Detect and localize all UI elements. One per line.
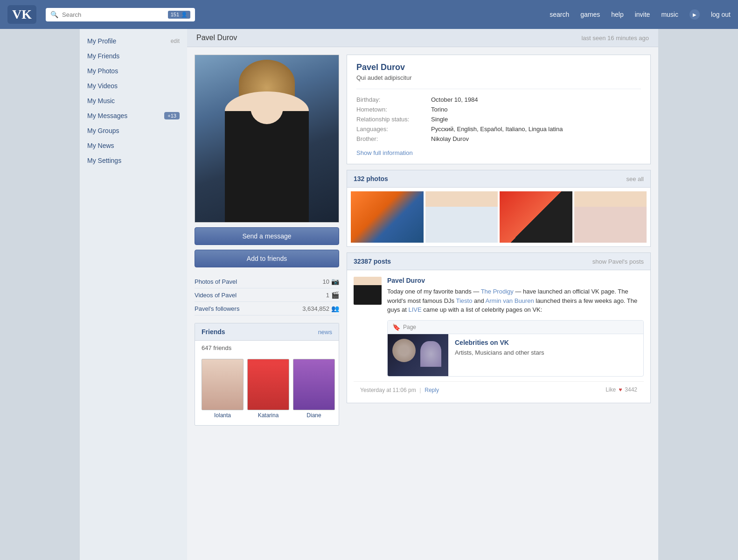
sidebar-label-my-news: My News <box>87 142 114 149</box>
search-input[interactable] <box>62 11 168 18</box>
sidebar-label-my-music: My Music <box>87 97 115 105</box>
friends-grid: Iolanta Katarina Diane <box>195 355 339 425</box>
sidebar-item-my-friends[interactable]: My Friends <box>80 49 187 63</box>
post-item: Pavel Durov Today one of my favorite ban… <box>347 270 650 403</box>
camera-icon: 📷 <box>331 278 339 285</box>
friend-item-diane[interactable]: Diane <box>293 359 335 419</box>
search-count-badge: 151 👤 <box>168 11 190 19</box>
avatar-figure <box>225 91 309 222</box>
like-count: 3442 <box>625 386 637 393</box>
followers-icon: 👥 <box>331 305 339 312</box>
posts-show-all-link[interactable]: show Pavel's posts <box>592 258 644 265</box>
birthday-label: Birthday: <box>356 96 431 103</box>
videos-of-pavel-count: 1 🎬 <box>326 291 339 299</box>
videos-of-pavel-link[interactable]: Videos of Pavel <box>195 292 237 299</box>
sidebar-item-my-settings[interactable]: My Settings <box>80 153 187 168</box>
sidebar-item-my-music[interactable]: My Music <box>80 93 187 108</box>
celebrities-desc: Artists, Musicians and other stars <box>455 349 637 356</box>
live-link[interactable]: LIVE <box>409 306 422 313</box>
nav-help[interactable]: help <box>611 11 623 18</box>
celebrities-image <box>388 334 448 376</box>
add-to-friends-button[interactable]: Add to friends <box>195 250 339 267</box>
video-icon: 🎬 <box>331 291 339 299</box>
friend-avatar-katarina <box>247 359 289 410</box>
content: Pavel Durov last seen 16 minutes ago Sen… <box>187 29 658 560</box>
profile-bar: Pavel Durov last seen 16 minutes ago <box>187 29 658 47</box>
vk-logo[interactable]: VK <box>7 5 36 24</box>
nav-search[interactable]: search <box>550 11 569 18</box>
languages-row: Languages: Русский, English, Español, It… <box>356 124 641 134</box>
photo-thumb-2[interactable] <box>425 191 498 243</box>
post-author-name[interactable]: Pavel Durov <box>387 277 644 284</box>
followers-row: Pavel's followers 3,634,852 👥 <box>195 302 339 315</box>
sidebar-item-my-videos[interactable]: My Videos <box>80 78 187 93</box>
posts-section: 32387 posts show Pavel's posts Pavel Dur… <box>347 252 651 403</box>
photo-thumb-1[interactable] <box>351 191 424 243</box>
sidebar: My Profile edit My Friends My Photos My … <box>80 29 187 560</box>
sidebar-edit-profile[interactable]: edit <box>171 38 180 44</box>
friend-avatar-diane <box>293 359 335 410</box>
followers-count-text: 3,634,852 <box>302 305 329 312</box>
friends-box: Friends news 647 friends Iolanta Katarin… <box>195 323 339 426</box>
avatar <box>195 55 339 223</box>
sidebar-label-my-messages: My Messages <box>87 112 127 119</box>
info-divider <box>356 89 641 89</box>
friend-item-katarina[interactable]: Katarina <box>247 359 289 419</box>
nav-games[interactable]: games <box>580 11 600 18</box>
photos-see-all-link[interactable]: see all <box>626 175 644 182</box>
posts-header: 32387 posts show Pavel's posts <box>347 253 650 270</box>
sidebar-item-my-photos[interactable]: My Photos <box>80 63 187 78</box>
post-reply-link[interactable]: Reply <box>425 387 439 393</box>
nav-invite[interactable]: invite <box>635 11 650 18</box>
header: VK 🔍 151 👤 search games help invite musi… <box>0 0 738 29</box>
info-card: Pavel Durov Qui audet adipiscitur Birthd… <box>347 55 651 164</box>
celebrities-title[interactable]: Celebrities on VK <box>455 339 637 346</box>
followers-link[interactable]: Pavel's followers <box>195 305 239 312</box>
photo-thumb-4[interactable] <box>574 191 647 243</box>
sidebar-item-my-news[interactable]: My News <box>80 138 187 153</box>
friends-news-link[interactable]: news <box>318 329 332 336</box>
mini-links: Photos of Pavel 10 📷 Videos of Pavel 1 🎬 <box>195 275 339 315</box>
languages-label: Languages: <box>356 126 431 133</box>
friends-header: Friends news <box>195 323 339 341</box>
followers-count: 3,634,852 👥 <box>302 305 339 312</box>
user-icon: 👤 <box>181 12 188 18</box>
sidebar-item-my-groups[interactable]: My Groups <box>80 123 187 138</box>
sidebar-label-my-groups: My Groups <box>87 127 119 134</box>
post-page-preview: 🔖 Page Celebrities on VK Artists, Musici… <box>387 320 644 377</box>
post-timestamp: Yesterday at 11:06 pm <box>360 387 416 393</box>
post-footer: Yesterday at 11:06 pm | Reply Like ♥ 344… <box>354 381 644 396</box>
relationship-label: Relationship status: <box>356 116 431 123</box>
celebrities-info: Celebrities on VK Artists, Musicians and… <box>448 334 643 376</box>
sidebar-item-my-profile[interactable]: My Profile edit <box>80 34 187 49</box>
friends-title: Friends <box>202 328 225 336</box>
post-like[interactable]: Like ♥ 3442 <box>606 386 637 393</box>
profile-tagline: Qui audet adipiscitur <box>356 74 641 81</box>
photo-thumb-3[interactable] <box>500 191 572 243</box>
videos-of-pavel-row: Videos of Pavel 1 🎬 <box>195 288 339 302</box>
photos-title: 132 photos <box>354 175 388 182</box>
sidebar-label-my-photos: My Photos <box>87 67 118 75</box>
nav-music[interactable]: music <box>661 11 678 18</box>
right-column: Pavel Durov Qui audet adipiscitur Birthd… <box>347 55 651 403</box>
heart-icon: ♥ <box>619 386 622 393</box>
relationship-row: Relationship status: Single <box>356 114 641 124</box>
play-button[interactable]: ▶ <box>689 9 700 20</box>
friend-item-iolanta[interactable]: Iolanta <box>202 359 244 419</box>
send-message-button[interactable]: Send a message <box>195 227 339 245</box>
search-box: 🔍 151 👤 <box>46 8 195 21</box>
celebrities-preview[interactable]: Celebrities on VK Artists, Musicians and… <box>388 334 643 376</box>
sidebar-item-my-messages[interactable]: My Messages +13 <box>80 108 187 123</box>
prodigy-link[interactable]: The Prodigy <box>481 288 514 295</box>
photos-of-pavel-link[interactable]: Photos of Pavel <box>195 278 237 285</box>
brother-value: Nikolay Durov <box>431 135 469 142</box>
page-link-text: Page <box>403 324 416 330</box>
profile-bar-name: Pavel Durov <box>196 34 237 42</box>
videos-count: 1 <box>326 292 329 299</box>
post-top: Pavel Durov Today one of my favorite ban… <box>354 277 644 315</box>
brother-row: Brother: Nikolay Durov <box>356 134 641 144</box>
tiesto-link[interactable]: Tiesto <box>456 297 472 304</box>
armin-link[interactable]: Armin van Buuren <box>486 297 534 304</box>
show-full-info-link[interactable]: Show full information <box>356 149 641 156</box>
nav-logout[interactable]: log out <box>711 11 731 18</box>
